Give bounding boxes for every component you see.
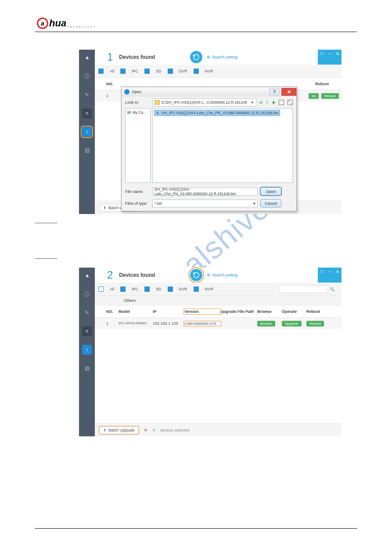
close-icon[interactable]: ✕ (336, 51, 339, 56)
filter-ipc[interactable]: IPC (132, 69, 138, 73)
nav-item-doc[interactable]: ▤ (82, 363, 92, 373)
filter-sd-chk[interactable] (144, 69, 150, 74)
back-icon[interactable]: ⟲ (259, 100, 263, 105)
new-folder-icon[interactable]: ✚ (272, 100, 275, 105)
filter-dvr[interactable]: DVR (179, 69, 187, 73)
computer-icon: 🖳 (127, 110, 131, 115)
search-setting-link-1[interactable]: ⚙ Search setting (207, 55, 237, 59)
filter-all[interactable]: All (110, 69, 114, 73)
minimize-icon[interactable]: − (329, 269, 331, 274)
nav-item-tools[interactable]: ✕ (82, 109, 92, 118)
filter-sd[interactable]: SD (156, 69, 162, 73)
devices-found-label-1: Devices found (119, 54, 155, 60)
open-button[interactable]: Open (260, 187, 281, 196)
dialog-close-button[interactable]: ✕ (281, 88, 296, 96)
cancel-button[interactable]: Cancel (260, 199, 281, 207)
brand-logo: a hua TECHNOLOGY (37, 18, 357, 29)
col-reboot: Reboot (315, 82, 339, 86)
filter-nvr[interactable]: NVR (205, 69, 213, 73)
nav-item-camera[interactable]: ✎ (82, 90, 92, 100)
filter-bar-1: All IPC SD DVR NVR (95, 65, 342, 78)
filter-nvr[interactable]: NVR (205, 287, 213, 291)
nav-item-tools[interactable]: ✕ (82, 326, 92, 336)
col-ip: IP (153, 309, 184, 314)
batch-upgrade-btn-2[interactable]: ⬆ Batch Upgrade (99, 426, 139, 434)
row-upgrade-partial[interactable]: de (309, 93, 319, 99)
footer-bar-2: ⬆ Batch Upgrade ✱ 0 devices selected (95, 423, 342, 436)
refresh-button-1[interactable] (190, 51, 202, 63)
view-list-icon[interactable] (279, 100, 284, 105)
look-in-label: Look in: (125, 100, 150, 105)
nav-item-doc[interactable]: ▤ (82, 145, 92, 155)
close-icon[interactable]: ✕ (336, 269, 339, 274)
table-row[interactable]: 1 IPC-HFW1230MO 192.168.1.108 2.680.0000… (95, 318, 342, 329)
cell-no: 1 (106, 321, 119, 326)
filter-ipc-chk[interactable] (120, 69, 126, 74)
file-pane[interactable]: 🗎 DH_IPC-HX2(1)XXX-Leto_Chn_PN_V2.680.00… (152, 108, 293, 183)
filter-ipc[interactable]: IPC (132, 287, 138, 291)
filter-dvr[interactable]: DVR (179, 287, 187, 291)
look-in-path: D:\DH_IPC-HX2(1)XXX-L...0.0000000.12.R.1… (162, 100, 247, 105)
minimize-icon[interactable]: − (329, 51, 331, 56)
filter-dvr-chk[interactable] (168, 287, 173, 292)
filter-all-chk[interactable] (98, 69, 104, 74)
nav-item-ip[interactable]: ⓘ (82, 72, 92, 81)
step-divider-2 (35, 258, 57, 259)
filter-all[interactable]: All (110, 287, 114, 291)
filter-ipc-chk[interactable] (120, 287, 126, 292)
tree-pane[interactable]: 🖳 My Co... (125, 108, 151, 183)
nav-item-upgrade[interactable]: ↑ (82, 127, 92, 137)
filter-bar-2: All IPC SD DVR NVR 🔍 (95, 283, 342, 296)
file-name-field[interactable]: DH_IPC-HX2(1)XXX-Leto_Chn_PN_V2.680.0000… (152, 188, 258, 196)
filter-all-chk[interactable] (98, 287, 104, 292)
device-count-2: 2 (107, 269, 113, 281)
browse-btn[interactable]: Browse (257, 321, 275, 326)
reboot-btn[interactable]: Reboot (306, 321, 324, 326)
search-setting-link-2[interactable]: ⚙ Search setting (207, 273, 237, 277)
nav-item-ip[interactable]: ⓘ (82, 290, 92, 299)
app-logo-2: ⟁ (79, 268, 95, 283)
cell-no: 1 (106, 94, 119, 98)
tree-item-computer[interactable]: 🖳 My Co... (127, 110, 149, 115)
screenshot-1: ⟁ 1 Devices found ⚙ Search setting ⚐ − ✕ (79, 50, 342, 214)
col-no: NO. (106, 309, 119, 314)
cell-ip: 192.168.1.108 (153, 321, 184, 326)
filter-nvr-chk[interactable] (194, 69, 199, 74)
device-count-1: 1 (107, 51, 113, 63)
files-type-combo[interactable]: *.bin▾ (152, 200, 258, 207)
devices-found-label-2: Devices found (119, 272, 155, 278)
nav-item-camera[interactable]: ✎ (82, 308, 92, 318)
gear-icon: ⚙ (207, 273, 210, 277)
star-icon: ✱ (144, 428, 147, 432)
nav-item-upgrade[interactable]: ↑ (82, 345, 92, 355)
up-icon[interactable]: ⤴ (266, 100, 268, 105)
filter-sd-chk[interactable] (144, 287, 150, 292)
pin-icon[interactable]: ⚐ (320, 51, 324, 56)
selected-count-2: 0 (153, 428, 155, 432)
filter-others[interactable]: Others (124, 298, 136, 303)
search-icon[interactable]: 🔍 (330, 287, 334, 291)
search-input[interactable] (280, 285, 328, 293)
cell-model: IPC-HFW1230MO (119, 322, 153, 325)
row-reboot-btn[interactable]: Reboot (321, 93, 339, 99)
window-controls-2[interactable]: ⚐ − ✕ (318, 268, 342, 283)
look-in-combo[interactable]: D:\DH_IPC-HX2(1)XXX-L...0.0000000.12.R.1… (152, 98, 256, 106)
upgrade-btn[interactable]: Upgrade (282, 321, 302, 326)
screenshot-2: ⟁ 2 Devices found ⚙ Search setting ⚐ − ✕ (79, 268, 342, 436)
pin-icon[interactable]: ⚐ (320, 269, 324, 274)
side-nav-1: ⓘ ✎ ✕ ↑ ▤ (79, 65, 95, 214)
filter-sd[interactable]: SD (156, 287, 162, 291)
refresh-button-2[interactable] (190, 269, 202, 281)
filter-nvr-chk[interactable] (194, 287, 199, 292)
step-divider-1 (35, 223, 57, 223)
selected-label-2: devices selected (160, 428, 190, 432)
file-icon: 🗎 (156, 111, 160, 115)
file-item-selected[interactable]: 🗎 DH_IPC-HX2(1)XXX-Leto_Chn_PN_V2.680.00… (154, 110, 280, 116)
window-controls-1[interactable]: ⚐ − ✕ (318, 50, 342, 65)
view-grid-icon[interactable] (288, 100, 293, 105)
dialog-help-button[interactable]: ? (269, 88, 280, 96)
filter-dvr-chk[interactable] (168, 69, 173, 74)
dialog-titlebar: Open ? ✕ (122, 87, 296, 97)
upload-icon: ⬆ (103, 428, 107, 432)
chevron-down-icon: ▼ (251, 101, 254, 105)
